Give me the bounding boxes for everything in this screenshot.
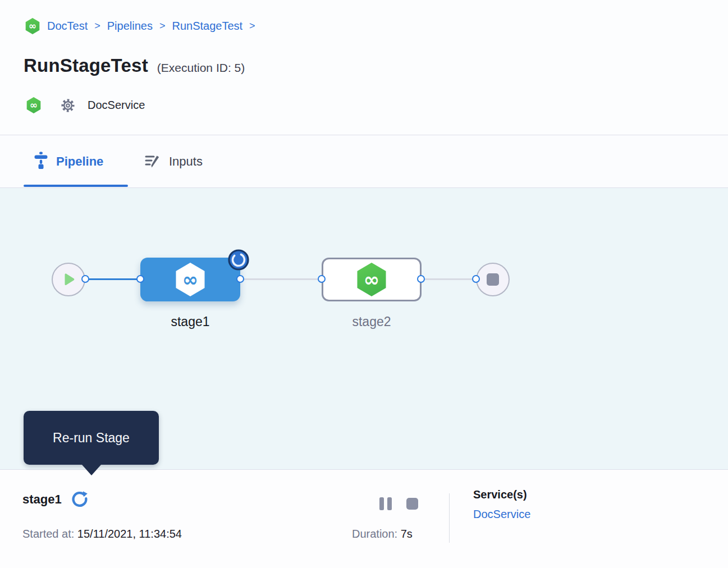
edge-stage1-to-stage2 xyxy=(239,278,323,280)
started-at-label: Started at: xyxy=(22,528,74,540)
stage1-label: stage1 xyxy=(140,314,241,329)
pipeline-canvas: ∞ ∞ stage1 stage2 Re-run Stage xyxy=(0,188,728,469)
pipeline-tab-label: Pipeline xyxy=(56,154,103,169)
services-block: Service(s) DocService xyxy=(473,488,530,521)
edge-stage2-to-end xyxy=(420,278,477,280)
play-icon xyxy=(64,273,75,286)
cd-module-icon: ∞ xyxy=(26,97,42,113)
breadcrumb-pipelines-link[interactable]: Pipelines xyxy=(107,20,153,33)
active-tab-underline xyxy=(24,185,128,187)
service-name: DocService xyxy=(88,99,145,112)
footer-divider xyxy=(449,493,450,543)
execution-footer: stage1 Started at: 15/11/2021, 11:34:54 … xyxy=(0,470,728,568)
breadcrumb: ∞ DocTest > Pipelines > RunStageTest > xyxy=(25,18,255,34)
service-meta-row: ∞ DocService xyxy=(26,97,145,113)
started-at-value: 15/11/2021, 11:34:54 xyxy=(77,528,182,540)
inputs-tab-label: Inputs xyxy=(169,154,203,169)
execution-controls xyxy=(379,497,418,510)
stage1-module-icon: ∞ xyxy=(174,263,207,296)
started-at-row: Started at: 15/11/2021, 11:34:54 xyxy=(22,528,182,540)
footer-stage-title: stage1 xyxy=(22,492,62,507)
execution-id: (Execution ID: 5) xyxy=(157,61,245,75)
port-stage1-out[interactable] xyxy=(236,275,244,283)
stage2-label: stage2 xyxy=(321,314,422,329)
services-label: Service(s) xyxy=(473,488,530,501)
pipeline-start-node[interactable] xyxy=(52,263,85,296)
pipeline-tab-icon xyxy=(34,152,48,171)
port-stage2-in[interactable] xyxy=(318,275,326,283)
pipeline-end-node[interactable] xyxy=(476,263,510,296)
stage2-node[interactable]: ∞ xyxy=(322,258,422,301)
stop-icon xyxy=(487,273,499,286)
pause-button[interactable] xyxy=(379,497,392,510)
tab-bar: Pipeline Inputs xyxy=(0,135,728,187)
edge-start-to-stage1 xyxy=(84,278,141,280)
page-header: ∞ DocTest > Pipelines > RunStageTest > R… xyxy=(0,0,728,135)
breadcrumb-separator: > xyxy=(94,20,100,32)
abort-button[interactable] xyxy=(406,498,418,510)
port-stage1-in[interactable] xyxy=(136,275,144,283)
inputs-tab-icon xyxy=(144,152,161,171)
service-link[interactable]: DocService xyxy=(473,508,530,521)
breadcrumb-separator: > xyxy=(159,20,166,32)
page-title: RunStageTest xyxy=(24,55,148,76)
pause-icon xyxy=(387,497,392,510)
duration-value: 7s xyxy=(401,528,413,540)
stage1-running-spinner xyxy=(227,249,250,271)
rerun-stage-button[interactable] xyxy=(71,491,89,509)
stage2-module-icon: ∞ xyxy=(355,263,388,296)
duration-row: Duration: 7s xyxy=(352,528,413,540)
pause-icon xyxy=(379,497,384,510)
tooltip-arrow xyxy=(82,465,101,475)
stage1-node[interactable]: ∞ xyxy=(140,258,240,301)
pipeline-execution-page: ∞ DocTest > Pipelines > RunStageTest > R… xyxy=(0,0,728,568)
gear-icon xyxy=(60,98,76,113)
cd-module-icon: ∞ xyxy=(25,18,40,34)
port-start-out[interactable] xyxy=(81,275,89,283)
breadcrumb-project-link[interactable]: DocTest xyxy=(47,20,88,33)
tab-inputs[interactable]: Inputs xyxy=(144,135,203,187)
rerun-stage-tooltip-label: Re-run Stage xyxy=(53,430,130,446)
port-stage2-out[interactable] xyxy=(417,275,425,283)
duration-label: Duration: xyxy=(352,528,397,540)
breadcrumb-pipeline-link[interactable]: RunStageTest xyxy=(172,20,242,33)
rerun-stage-tooltip: Re-run Stage xyxy=(24,411,159,465)
breadcrumb-separator: > xyxy=(249,20,255,32)
port-end-in[interactable] xyxy=(472,275,480,283)
tab-pipeline[interactable]: Pipeline xyxy=(34,135,103,187)
title-row: RunStageTest (Execution ID: 5) xyxy=(24,55,245,76)
